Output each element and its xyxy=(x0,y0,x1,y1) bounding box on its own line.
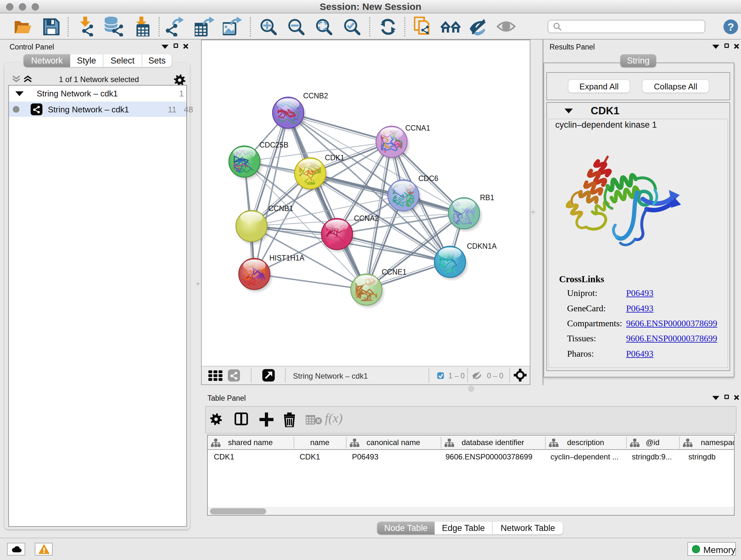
svg-text:CCNE1: CCNE1 xyxy=(382,268,407,276)
svg-text:CDC25B: CDC25B xyxy=(259,141,288,149)
svg-text:CCNB2: CCNB2 xyxy=(303,91,328,100)
svg-text:CCNB1: CCNB1 xyxy=(268,204,293,212)
svg-text:CDK1: CDK1 xyxy=(325,153,344,162)
svg-text:CCNA2: CCNA2 xyxy=(354,214,379,223)
svg-text:CDC6: CDC6 xyxy=(418,174,439,183)
svg-text:CCNA1: CCNA1 xyxy=(405,124,430,132)
svg-text:HIST1H1A: HIST1H1A xyxy=(269,254,305,262)
svg-text:CDKN1A: CDKN1A xyxy=(467,242,497,250)
svg-text:RB1: RB1 xyxy=(480,193,494,202)
